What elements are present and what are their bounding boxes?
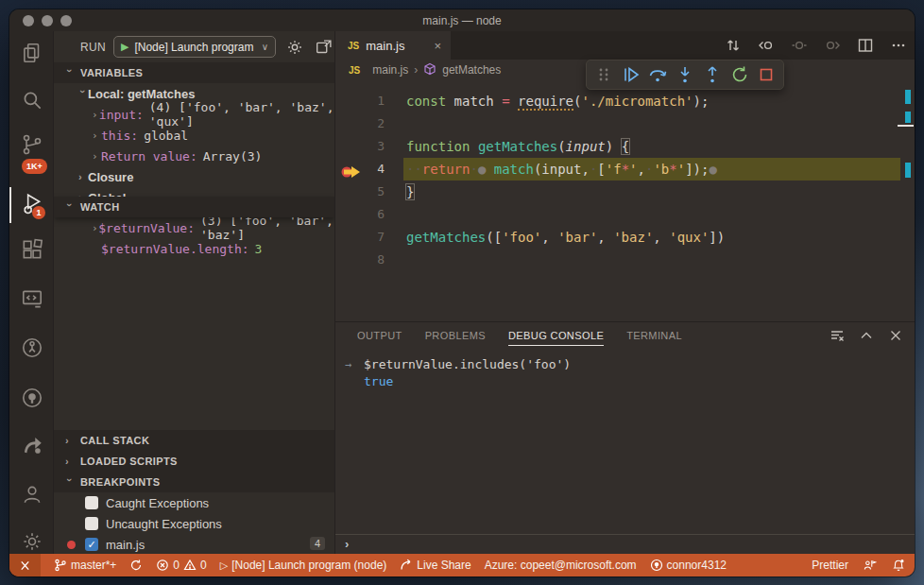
azure-account-status[interactable]: Azure: copeet@microsoft.com	[485, 559, 637, 572]
watch-name: $returnValue:	[98, 221, 195, 235]
next-change-icon[interactable]	[824, 37, 841, 54]
close-window-button[interactable]	[23, 15, 34, 26]
call-stack-section-header[interactable]: › CALL STACK	[54, 430, 334, 451]
search-icon[interactable]	[20, 88, 44, 112]
code-line[interactable]: 5}	[335, 181, 915, 203]
code-line[interactable]: 1const match = require('./micromatch');	[335, 90, 915, 112]
checkbox-checked[interactable]: ✓	[85, 538, 98, 551]
chevron-icon: ›	[64, 203, 76, 213]
clear-console-icon[interactable]	[830, 328, 845, 347]
tab-terminal[interactable]: TERMINAL	[626, 330, 682, 345]
scope-label: Local: getMatches	[88, 87, 195, 101]
step-into-button[interactable]	[675, 64, 695, 85]
code-line[interactable]: 4··return·● match(input,·['f*',·'b*']);●	[335, 158, 915, 181]
github-account-status[interactable]: connor4312	[650, 559, 727, 572]
feedback-icon[interactable]	[864, 559, 877, 572]
tab-problems[interactable]: PROBLEMS	[425, 330, 486, 345]
branch-status[interactable]: master*+	[54, 559, 116, 572]
more-actions-icon[interactable]	[890, 37, 907, 54]
split-editor-icon[interactable]	[857, 37, 874, 54]
code-line[interactable]: 3function getMatches(input) {	[335, 135, 915, 158]
code-line-content: ··return·● match(input,·['f*',·'b*']);●	[406, 158, 717, 181]
remote-indicator[interactable]	[9, 554, 41, 576]
sync-status[interactable]	[129, 559, 143, 572]
prettier-status[interactable]: Prettier	[812, 559, 848, 572]
code-line[interactable]: 6	[335, 203, 915, 226]
watch-row[interactable]: › $returnValue: (3) ['foo', 'bar', 'baz'…	[54, 217, 334, 238]
launch-config-select[interactable]: ▶ [Node] Launch program ∨	[113, 36, 276, 58]
continue-button[interactable]	[621, 64, 642, 85]
source-control-icon[interactable]	[20, 132, 44, 157]
remote-explorer-icon[interactable]	[20, 286, 44, 311]
chevron-icon: ›	[92, 129, 101, 142]
closure-row[interactable]: › Closure	[54, 166, 334, 187]
source-control-badge: 1K+	[22, 159, 47, 174]
maximize-panel-icon[interactable]	[859, 328, 874, 347]
watch-value: 3	[255, 242, 263, 256]
code-line-content: const match = require('./micromatch');	[406, 90, 709, 112]
watch-row[interactable]: $returnValue.length: 3	[54, 238, 334, 259]
code-line[interactable]: 7getMatches(['foo', 'bar', 'baz', 'qux']…	[335, 226, 915, 249]
gitlens-icon[interactable]	[20, 433, 44, 457]
variable-value: Array(3)	[203, 149, 263, 163]
code-line[interactable]: 2	[335, 112, 915, 135]
panel: OUTPUT PROBLEMS DEBUG CONSOLE TERMINAL →…	[335, 321, 915, 554]
close-tab-icon[interactable]: ×	[434, 39, 441, 53]
overview-ruler-mark	[905, 112, 911, 123]
debug-console-icon[interactable]	[314, 37, 334, 58]
breakpoint-label: Uncaught Exceptions	[106, 517, 222, 531]
checkbox-unchecked[interactable]	[85, 496, 98, 509]
stop-button[interactable]	[756, 64, 777, 85]
current-change-icon[interactable]	[791, 37, 808, 54]
problems-status[interactable]: 0 0	[156, 559, 206, 572]
zoom-window-button[interactable]	[60, 15, 72, 26]
live-share-status[interactable]: Live Share	[400, 559, 471, 572]
gear-icon[interactable]	[20, 529, 44, 554]
variable-row[interactable]: › Return value: Array(3)	[54, 146, 334, 166]
variable-row[interactable]: › input: (4) ['foo', 'bar', 'baz', 'qux'…	[54, 104, 334, 125]
status-bar: master*+ 0 0 ▷ [Node] Launch program (no…	[9, 554, 915, 576]
step-out-button[interactable]	[702, 64, 723, 85]
files-icon[interactable]	[20, 41, 44, 65]
restart-button[interactable]	[729, 64, 750, 85]
variables-section-header[interactable]: › VARIABLES	[54, 62, 334, 83]
tab-main-js[interactable]: JS main.js ×	[335, 31, 451, 60]
debug-status[interactable]: ▷ [Node] Launch program (node)	[220, 559, 387, 572]
live-share-label: Live Share	[417, 559, 471, 572]
compare-changes-icon[interactable]	[725, 37, 742, 54]
console-repl-input[interactable]: ›	[335, 534, 915, 554]
drag-grip-icon[interactable]	[593, 64, 614, 85]
github-icon[interactable]	[20, 386, 44, 410]
prettier-label: Prettier	[812, 559, 848, 572]
breadcrumb-symbol[interactable]: getMatches	[442, 63, 501, 77]
breadcrumb-file[interactable]: main.js	[372, 63, 408, 77]
chevron-down-icon: ∨	[262, 42, 268, 52]
traffic-lights[interactable]	[23, 15, 72, 26]
step-over-button[interactable]	[647, 64, 668, 85]
start-debug-icon[interactable]: ▶	[121, 41, 128, 53]
tab-debug-console[interactable]: DEBUG CONSOLE	[508, 330, 604, 346]
code-line[interactable]: 8	[335, 249, 915, 271]
notifications-bell-icon[interactable]	[892, 559, 905, 572]
checkbox-unchecked[interactable]	[85, 517, 98, 530]
settings-gear-icon[interactable]	[284, 37, 305, 58]
debug-toolbar[interactable]	[586, 60, 784, 90]
panel-tabs: OUTPUT PROBLEMS DEBUG CONSOLE TERMINAL	[335, 322, 682, 353]
watch-section-header[interactable]: › WATCH	[54, 197, 334, 217]
breakpoints-section-header[interactable]: › BREAKPOINTS	[54, 472, 334, 492]
code-editor[interactable]: 1const match = require('./micromatch');2…	[335, 80, 915, 321]
tab-output[interactable]: OUTPUT	[357, 330, 402, 345]
panel-actions	[830, 322, 903, 353]
breakpoint-row[interactable]: ✓ main.js 4	[54, 534, 334, 554]
extensions-icon[interactable]	[20, 237, 44, 262]
live-share-circle-icon[interactable]	[20, 336, 44, 360]
loaded-scripts-section-header[interactable]: › LOADED SCRIPTS	[54, 451, 334, 472]
previous-change-icon[interactable]	[758, 37, 775, 54]
account-icon[interactable]	[20, 482, 44, 507]
breakpoint-row[interactable]: Uncaught Exceptions	[54, 513, 334, 534]
branch-label: master*+	[71, 559, 116, 572]
minimize-window-button[interactable]	[42, 15, 53, 26]
variable-row[interactable]: › this: global	[54, 125, 334, 146]
close-panel-icon[interactable]	[888, 328, 903, 347]
breakpoint-row[interactable]: Caught Exceptions	[54, 492, 334, 513]
